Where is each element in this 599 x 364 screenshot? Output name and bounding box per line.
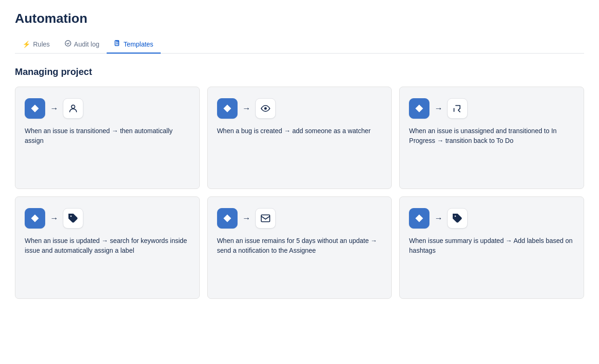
svg-point-6: [70, 216, 72, 217]
card-text-4: When an issue is updated → search for ke…: [25, 236, 190, 285]
arrow-icon-6: →: [434, 214, 442, 223]
arrow-icon-5: →: [242, 214, 251, 223]
cards-grid: → When an issue is transitioned → then a…: [15, 87, 584, 299]
card-text-3: When an issue is unassigned and transiti…: [409, 126, 574, 175]
card-text-6: When issue summary is updated → Add labe…: [409, 236, 574, 285]
trigger-icon-box-1: [25, 98, 45, 119]
action-icon-box-2: [255, 98, 276, 119]
tab-audit-log[interactable]: Audit log: [57, 35, 107, 54]
circle-check-icon: [65, 40, 71, 48]
diamond-icon: [30, 103, 40, 114]
diamond-icon-3: [414, 103, 424, 114]
action-icon-box-4: [63, 208, 83, 229]
diamond-icon-2: [222, 103, 232, 114]
trigger-icon-box-2: [217, 98, 238, 119]
card-icons-5: →: [217, 208, 382, 229]
tag-icon-2: [452, 213, 463, 223]
arrow-icon-4: →: [50, 214, 58, 223]
section-title: Managing project: [15, 67, 584, 77]
bolt-icon: ⚡: [22, 40, 30, 48]
page-container: Automation ⚡ Rules Audit log: [0, 0, 599, 314]
trigger-icon-box-6: [409, 208, 429, 229]
action-icon-box-5: [255, 208, 276, 229]
trigger-icon-box-5: [217, 208, 238, 229]
trigger-icon-box-4: [25, 208, 45, 229]
diamond-icon-5: [222, 213, 232, 223]
svg-rect-7: [261, 215, 269, 222]
tab-templates[interactable]: Templates: [107, 35, 161, 54]
diamond-icon-6: [414, 213, 424, 223]
action-icon-box-1: [63, 98, 83, 119]
card-icons-2: →: [217, 98, 382, 119]
template-card-2[interactable]: → When a bug is created → add someone as…: [207, 87, 392, 189]
arrow-icon-2: →: [242, 104, 251, 114]
template-card-3[interactable]: → When an issue is unassigned and transi…: [399, 87, 584, 189]
card-text-5: When an issue remains for 5 days without…: [217, 236, 382, 285]
trigger-icon-box-3: [409, 98, 429, 119]
svg-point-0: [65, 40, 71, 46]
tabs-nav: ⚡ Rules Audit log Templates: [15, 35, 584, 54]
return-icon: [452, 103, 463, 114]
card-icons-6: →: [409, 208, 574, 229]
eye-icon: [260, 103, 271, 114]
person-icon: [68, 103, 78, 114]
template-card-1[interactable]: → When an issue is transitioned → then a…: [15, 87, 200, 189]
template-card-6[interactable]: → When issue summary is updated → Add la…: [399, 196, 584, 299]
page-title: Automation: [15, 11, 584, 26]
arrow-icon-1: →: [50, 104, 58, 114]
tag-icon: [68, 213, 78, 223]
svg-point-8: [455, 216, 456, 217]
diamond-icon-4: [30, 213, 40, 223]
svg-point-5: [264, 107, 267, 110]
svg-point-4: [71, 105, 75, 108]
card-icons-1: →: [25, 98, 190, 119]
card-text-1: When an issue is transitioned → then aut…: [25, 126, 190, 175]
action-icon-box-3: [447, 98, 468, 119]
document-icon: [114, 40, 121, 48]
card-icons-4: →: [25, 208, 190, 229]
card-text-2: When a bug is created → add someone as a…: [217, 126, 382, 175]
template-card-4[interactable]: → When an issue is updated → search for …: [15, 196, 200, 299]
tab-rules[interactable]: ⚡ Rules: [15, 36, 57, 54]
action-icon-box-6: [447, 208, 468, 229]
email-icon: [260, 213, 271, 223]
card-icons-3: →: [409, 98, 574, 119]
template-card-5[interactable]: → When an issue remains for 5 days witho…: [207, 196, 392, 299]
arrow-icon-3: →: [434, 104, 442, 114]
